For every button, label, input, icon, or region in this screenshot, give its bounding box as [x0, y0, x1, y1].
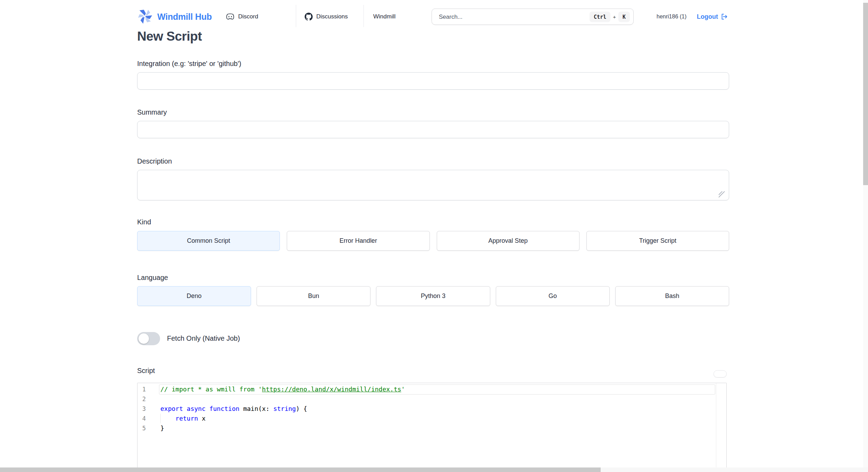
code-editor[interactable]: 1// import * as wmill from 'https://deno…: [137, 383, 727, 472]
kind-option-error-handler[interactable]: Error Handler: [287, 231, 429, 251]
summary-label: Summary: [137, 108, 167, 116]
kind-option-trigger-script[interactable]: Trigger Script: [586, 231, 729, 251]
kind-options: Common ScriptError HandlerApproval StepT…: [137, 231, 729, 251]
nav-link-windmill[interactable]: Windmill: [373, 13, 395, 20]
nav-link-windmill-label: Windmill: [373, 13, 395, 20]
language-label: Language: [137, 274, 168, 282]
editor-scrollbar-strip: [716, 383, 716, 472]
language-options: DenoBunPython 3GoBash: [137, 286, 729, 306]
logout-icon: [720, 13, 728, 20]
nav-divider: [364, 5, 364, 27]
line-code: export async function main(x: string) {: [146, 404, 307, 414]
line-number: 3: [137, 404, 146, 414]
summary-input[interactable]: [137, 121, 729, 138]
kind-option-approval-step[interactable]: Approval Step: [437, 231, 579, 251]
editor-mode-pill-toggle[interactable]: [713, 370, 727, 378]
description-label: Description: [137, 157, 172, 165]
line-code: // import * as wmill from 'https://deno.…: [146, 384, 405, 394]
code-line-3[interactable]: 3export async function main(x: string) {: [137, 404, 726, 414]
navbar: Windmill Hub Discord Discussions Windmil…: [137, 0, 729, 33]
toggle-knob-icon: [139, 333, 149, 344]
page-title: New Script: [137, 29, 202, 44]
brand-link[interactable]: Windmill Hub: [137, 9, 212, 25]
code-line-1[interactable]: 1// import * as wmill from 'https://deno…: [137, 384, 726, 394]
brand-label: Windmill Hub: [157, 12, 212, 22]
username-text: henri186 (1): [657, 14, 686, 20]
language-option-bun[interactable]: Bun: [257, 286, 370, 306]
nav-link-discord[interactable]: Discord: [226, 13, 258, 20]
line-number: 4: [137, 414, 146, 423]
horizontal-scrollbar-thumb[interactable]: [0, 467, 601, 472]
language-option-deno[interactable]: Deno: [137, 286, 251, 306]
line-number: 5: [137, 423, 146, 433]
search-box[interactable]: Ctrl + K: [432, 9, 634, 25]
kbd-k: K: [618, 11, 630, 22]
page-horizontal-scrollbar[interactable]: [0, 467, 868, 472]
kind-label: Kind: [137, 218, 151, 226]
line-number: 1: [137, 384, 146, 394]
nav-link-discussions-label: Discussions: [316, 13, 348, 20]
line-number: 2: [137, 394, 146, 404]
line-code: return x: [146, 414, 206, 423]
code-line-5[interactable]: 5}: [137, 423, 726, 433]
nav-link-discord-label: Discord: [238, 13, 258, 20]
logout-label: Logout: [697, 13, 718, 20]
github-icon: [304, 13, 313, 21]
language-option-go[interactable]: Go: [496, 286, 610, 306]
textarea-resize-handle[interactable]: [719, 191, 726, 198]
script-label: Script: [137, 367, 155, 375]
line-code: [146, 394, 160, 404]
vertical-scrollbar-thumb[interactable]: [863, 3, 868, 185]
search-input[interactable]: [438, 9, 590, 25]
nav-link-discussions[interactable]: Discussions: [304, 13, 348, 21]
language-option-bash[interactable]: Bash: [615, 286, 729, 306]
nav-divider: [296, 5, 296, 27]
fetch-only-toggle[interactable]: [137, 332, 160, 345]
discord-icon: [226, 13, 235, 20]
line-code: }: [146, 423, 164, 433]
fetch-only-label: Fetch Only (Native Job): [167, 334, 240, 342]
page-vertical-scrollbar[interactable]: [863, 0, 868, 472]
description-textarea[interactable]: [137, 170, 729, 200]
code-line-4[interactable]: 4 return x: [137, 414, 726, 423]
integration-label: Integration (e.g: 'stripe' or 'github'): [137, 60, 241, 68]
language-option-python-3[interactable]: Python 3: [376, 286, 490, 306]
editor-lines: 1// import * as wmill from 'https://deno…: [137, 384, 726, 433]
code-line-2[interactable]: 2: [137, 394, 726, 404]
code-link[interactable]: https://deno.land/x/windmill/index.ts: [262, 386, 401, 393]
windmill-logo-icon: [137, 9, 153, 25]
kbd-ctrl: Ctrl: [590, 11, 610, 22]
kind-option-common-script[interactable]: Common Script: [137, 231, 280, 251]
logout-button[interactable]: Logout: [697, 13, 728, 20]
kbd-plus-sign: +: [613, 14, 616, 20]
integration-input[interactable]: [137, 72, 729, 90]
